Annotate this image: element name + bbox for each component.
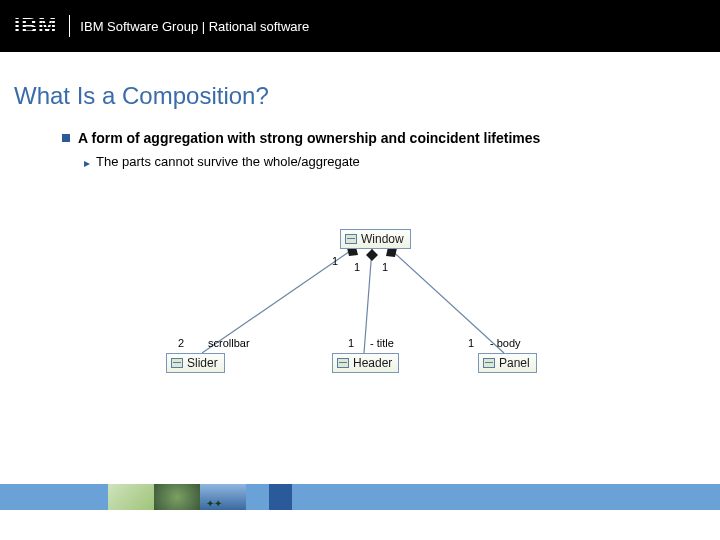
uml-class-header: Header	[332, 353, 399, 373]
footer-stripe	[0, 484, 720, 510]
class-icon	[337, 358, 349, 368]
uml-class-panel: Panel	[478, 353, 537, 373]
page-title: What Is a Composition?	[0, 52, 720, 130]
multiplicity: 1	[348, 337, 354, 349]
role-name: - title	[370, 337, 394, 349]
uml-class-window: Window	[340, 229, 411, 249]
svg-marker-3	[366, 249, 378, 261]
multiplicity: 1	[354, 261, 360, 273]
footer-tile	[0, 484, 108, 510]
header-bar: IBM IBM Software Group | Rational softwa…	[0, 0, 720, 52]
footer-tile	[200, 484, 246, 510]
breadcrumb: IBM Software Group | Rational software	[80, 19, 309, 34]
content-area: A form of aggregation with strong owners…	[0, 130, 720, 172]
sub-bullet-text: The parts cannot survive the whole/aggre…	[96, 154, 360, 169]
class-name: Window	[361, 232, 404, 246]
class-icon	[171, 358, 183, 368]
class-name: Header	[353, 356, 392, 370]
divider	[69, 15, 70, 37]
square-bullet-icon	[62, 134, 70, 142]
footer-tile	[108, 484, 154, 510]
footer-tile	[154, 484, 200, 510]
class-icon	[345, 234, 357, 244]
multiplicity: 1	[468, 337, 474, 349]
main-bullet: A form of aggregation with strong owners…	[62, 130, 720, 146]
footer-tile	[246, 484, 292, 510]
footer-tile	[292, 484, 720, 510]
uml-class-slider: Slider	[166, 353, 225, 373]
arrow-bullet-icon: ▸	[84, 154, 90, 172]
role-name: scrollbar	[208, 337, 250, 349]
ibm-logo: IBM	[14, 13, 55, 39]
class-name: Panel	[499, 356, 530, 370]
class-name: Slider	[187, 356, 218, 370]
sub-bullet: ▸ The parts cannot survive the whole/agg…	[62, 154, 720, 172]
main-bullet-text: A form of aggregation with strong owners…	[78, 130, 540, 146]
uml-diagram: Window 1 1 1 Slider 2 scrollbar Header 1…	[160, 225, 560, 395]
role-name: - body	[490, 337, 521, 349]
svg-line-4	[388, 247, 504, 353]
multiplicity: 2	[178, 337, 184, 349]
multiplicity: 1	[382, 261, 388, 273]
class-icon	[483, 358, 495, 368]
multiplicity: 1	[332, 255, 338, 267]
